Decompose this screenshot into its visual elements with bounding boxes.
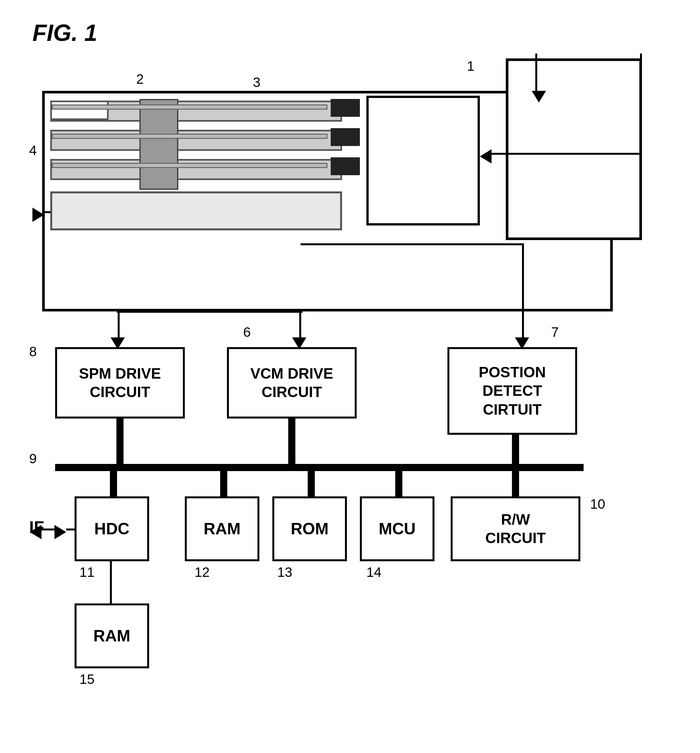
line-right-conn-h bbox=[506, 153, 642, 155]
ref3-label: 3 bbox=[253, 75, 260, 90]
line-ref1-top bbox=[535, 53, 537, 92]
vcm-drive-text: VCM DRIVE CIRCUIT bbox=[227, 347, 357, 419]
bus-to-hdc bbox=[110, 467, 117, 496]
actuator-arm-3 bbox=[52, 163, 327, 168]
rw-head-3 bbox=[331, 157, 360, 175]
hdc-to-ram2-line bbox=[110, 561, 112, 603]
line-to-actuator bbox=[491, 153, 508, 155]
line-motor-arrow bbox=[44, 211, 51, 213]
ref7-label: 7 bbox=[551, 325, 559, 340]
ram2-text: RAM bbox=[75, 603, 149, 668]
if-arrow-right bbox=[55, 525, 66, 539]
spm-to-bus bbox=[116, 419, 123, 465]
right-connection-box bbox=[506, 58, 642, 240]
spm-drive-text: SPM DRIVE CIRCUIT bbox=[55, 347, 185, 419]
if-arrow-left bbox=[30, 525, 42, 539]
actuator-box bbox=[366, 96, 480, 225]
bus-to-rw bbox=[512, 467, 519, 496]
ram1-text: RAM bbox=[185, 496, 259, 561]
ref11-label: 11 bbox=[80, 564, 95, 580]
page: FIG. 1 1 2 3 4 5 bbox=[0, 0, 700, 753]
ref13-label: 13 bbox=[277, 564, 292, 580]
spindle-hub bbox=[139, 99, 178, 190]
figure-title: FIG. 1 bbox=[33, 19, 97, 46]
line-pos-v bbox=[522, 243, 524, 311]
motor-coil-box bbox=[50, 191, 342, 230]
ref15-label: 15 bbox=[80, 672, 95, 687]
rw-circuit-text: R/W CIRCUIT bbox=[451, 496, 580, 561]
ref12-label: 12 bbox=[195, 564, 210, 580]
arrow-from-ref1-top bbox=[532, 91, 546, 103]
line-pos-h bbox=[301, 243, 523, 245]
arrow-to-actuator bbox=[480, 149, 491, 164]
disk-platter-2 bbox=[50, 130, 342, 151]
hdc-text: HDC bbox=[75, 496, 149, 561]
ref6-label: 6 bbox=[243, 325, 251, 340]
mcu-text: MCU bbox=[360, 496, 435, 561]
pos-to-bus bbox=[512, 435, 519, 465]
main-bus bbox=[55, 464, 584, 471]
line-h-top-circuits bbox=[117, 311, 301, 313]
ref14-label: 14 bbox=[366, 564, 382, 580]
if-arrow-line bbox=[42, 528, 55, 530]
bus-to-ram1 bbox=[220, 467, 227, 496]
ref1-label: 1 bbox=[467, 58, 474, 74]
if-to-hdc-line bbox=[66, 528, 75, 530]
line-spm-down bbox=[118, 311, 120, 340]
ref10-label: 10 bbox=[590, 496, 605, 512]
line-vcm-down bbox=[299, 311, 301, 340]
position-detect-text: POSTION DETECT CIRTUIT bbox=[447, 347, 577, 435]
ref9-label: 9 bbox=[29, 451, 37, 467]
bus-to-rom bbox=[308, 467, 315, 496]
vcm-to-bus bbox=[288, 419, 295, 465]
arrow-into-motor bbox=[33, 208, 44, 222]
rom-text: ROM bbox=[272, 496, 347, 561]
rw-head-1 bbox=[331, 99, 360, 117]
rw-head-2 bbox=[331, 128, 360, 146]
arm-pivot bbox=[50, 101, 109, 120]
ref2-label: 2 bbox=[136, 71, 143, 87]
ref8-label: 8 bbox=[29, 344, 37, 359]
actuator-arm-1 bbox=[52, 105, 327, 110]
actuator-arm-2 bbox=[52, 134, 327, 139]
bus-to-mcu bbox=[395, 467, 402, 496]
line-junction bbox=[301, 311, 302, 313]
line-right-conn-v bbox=[640, 53, 642, 154]
disk-platter-3 bbox=[50, 159, 342, 180]
line-pos-down bbox=[522, 311, 524, 340]
ref4-label: 4 bbox=[29, 143, 37, 158]
